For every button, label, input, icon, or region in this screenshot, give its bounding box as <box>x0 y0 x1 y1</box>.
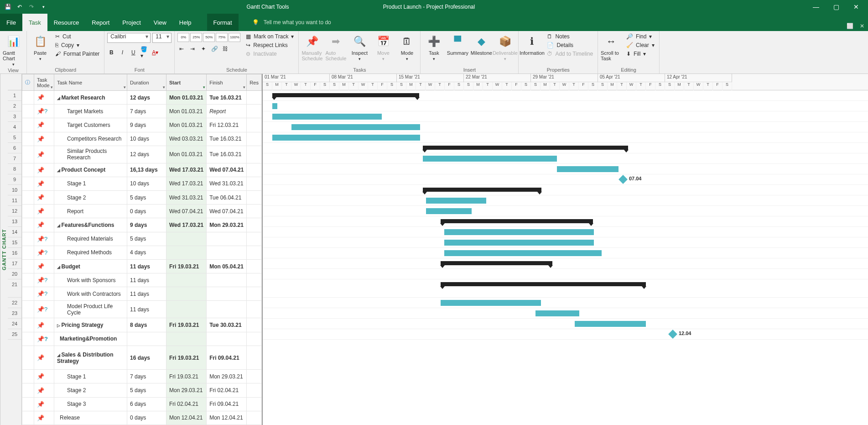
copy-button[interactable]: ⎘Copy ▾ <box>53 42 101 49</box>
gantt-task-bar[interactable] <box>426 208 472 214</box>
gantt-row[interactable] <box>263 248 868 258</box>
duration-cell[interactable]: 10 days <box>127 132 166 146</box>
duration-cell[interactable]: 9 days <box>127 118 166 132</box>
task-name-cell[interactable]: Required Materials <box>54 232 127 246</box>
gantt-row[interactable] <box>263 269 868 279</box>
duration-cell[interactable]: 11 days <box>127 273 166 287</box>
col-resources[interactable]: Res <box>247 74 262 91</box>
table-row[interactable]: 📌Stage 17 daysFri 19.03.21Mon 29.03.21 <box>22 370 262 383</box>
duration-cell[interactable]: 10 days <box>127 177 166 190</box>
respect-links-button[interactable]: ↪Respect Links <box>244 42 296 49</box>
gantt-row[interactable] <box>263 111 868 122</box>
gantt-summary-bar[interactable] <box>423 146 628 150</box>
finish-cell[interactable]: Fri 02.04.21 <box>207 383 247 397</box>
pct-75-button[interactable]: 75% <box>216 33 228 42</box>
font-color-button[interactable]: A▾ <box>151 48 159 57</box>
task-name-cell[interactable]: Product Concept <box>54 163 127 177</box>
duration-cell[interactable]: 8 days <box>127 318 166 332</box>
tab-view[interactable]: View <box>147 14 173 31</box>
table-row[interactable]: 📌Market Research12 daysMon 01.03.21Tue 1… <box>22 91 262 105</box>
auto-schedule-button[interactable]: ➡Auto Schedule <box>325 33 346 61</box>
row-number[interactable]: 14 <box>8 227 21 237</box>
row-number[interactable]: 9 <box>8 174 21 185</box>
finish-cell[interactable]: Report <box>207 105 247 118</box>
gantt-task-bar[interactable] <box>272 114 382 120</box>
task-grid[interactable]: ⓘ Task Mode▾ Task Name▾ Duration▾ Start▾… <box>22 74 262 425</box>
finish-cell[interactable] <box>207 232 247 246</box>
summary-button[interactable]: ▀Summary <box>447 33 468 56</box>
gantt-milestone[interactable] <box>619 175 628 184</box>
tab-project[interactable]: Project <box>116 14 147 31</box>
gantt-summary-bar[interactable] <box>272 93 419 97</box>
scroll-to-task-button[interactable]: ↔Scroll to Task <box>601 33 622 61</box>
link-button[interactable]: 🔗 <box>210 45 218 53</box>
task-name-cell[interactable]: Work with Sponsors <box>54 273 127 287</box>
gantt-row[interactable] <box>263 216 868 227</box>
table-row[interactable]: 📌Pricing Strategy8 daysFri 19.03.21Tue 3… <box>22 318 262 332</box>
duration-cell[interactable]: 11 days <box>127 301 166 318</box>
task-mode-cell[interactable]: 📌 <box>34 163 54 177</box>
finish-cell[interactable]: Tue 06.04.21 <box>207 191 247 205</box>
start-cell[interactable]: Wed 17.03.21 <box>166 163 207 177</box>
task-name-cell[interactable]: Report <box>54 205 127 218</box>
row-number[interactable]: 15 <box>8 237 21 248</box>
gantt-task-bar[interactable] <box>441 300 541 306</box>
finish-cell[interactable]: Mon 12.04.21 <box>207 411 247 425</box>
start-cell[interactable] <box>166 232 207 246</box>
row-number[interactable]: 16 <box>8 248 21 258</box>
task-mode-cell[interactable]: 📌 <box>34 132 54 146</box>
inspect-button[interactable]: 🔍Inspect▾ <box>349 33 370 61</box>
gantt-row[interactable]: 07.04 <box>263 174 868 185</box>
start-cell[interactable]: Mon 01.03.21 <box>166 91 207 105</box>
task-name-cell[interactable]: Target Customers <box>54 118 127 132</box>
font-size-select[interactable]: 11 <box>152 33 172 43</box>
task-name-cell[interactable]: Release <box>54 411 127 425</box>
col-finish[interactable]: Finish▾ <box>207 74 247 91</box>
start-cell[interactable]: Fri 19.03.21 <box>166 346 207 369</box>
task-name-cell[interactable]: Stage 3 <box>54 397 127 411</box>
gantt-row[interactable] <box>263 237 868 248</box>
gantt-row[interactable] <box>263 319 868 329</box>
start-cell[interactable]: Mon 29.03.21 <box>166 383 207 397</box>
notes-button[interactable]: 🗒Notes <box>545 33 595 40</box>
task-mode-cell[interactable]: 📌 <box>34 346 54 369</box>
table-row[interactable]: 📌Sales & Distribution Strategy16 daysFri… <box>22 346 262 369</box>
task-name-cell[interactable]: Model Product Life Cycle <box>54 301 127 318</box>
format-painter-button[interactable]: 🖌Format Painter <box>53 50 101 58</box>
duration-cell[interactable]: 9 days <box>127 218 166 232</box>
task-name-cell[interactable]: Sales & Distribution Strategy <box>54 346 127 369</box>
gantt-milestone[interactable] <box>668 330 677 339</box>
table-row[interactable]: 📌?Work with Sponsors11 days <box>22 273 262 287</box>
start-cell[interactable]: Fri 19.03.21 <box>166 318 207 332</box>
table-row[interactable]: 📌Similar Products Research12 daysMon 01.… <box>22 146 262 163</box>
row-number[interactable]: 10 <box>8 185 21 195</box>
task-name-cell[interactable]: Stage 1 <box>54 370 127 383</box>
task-mode-cell[interactable]: 📌 <box>34 118 54 132</box>
gantt-row[interactable] <box>263 101 868 111</box>
start-cell[interactable]: Wed 17.03.21 <box>166 177 207 190</box>
gantt-row[interactable] <box>263 122 868 132</box>
outdent-button[interactable]: ⇤ <box>177 45 186 53</box>
fill-button[interactable]: ⬇Fill ▾ <box>624 50 656 58</box>
col-task-name[interactable]: Task Name▾ <box>54 74 127 91</box>
gantt-task-bar[interactable] <box>291 124 420 130</box>
row-number[interactable]: 8 <box>8 164 21 174</box>
gantt-row[interactable] <box>263 164 868 174</box>
save-icon[interactable]: 💾 <box>4 3 12 11</box>
duration-cell[interactable]: 16 days <box>127 346 166 369</box>
table-row[interactable]: 📌Release0 daysMon 12.04.21Mon 12.04.21 <box>22 411 262 425</box>
finish-cell[interactable]: Wed 07.04.21 <box>207 163 247 177</box>
cut-button[interactable]: ✂Cut <box>53 33 101 40</box>
col-duration[interactable]: Duration▾ <box>127 74 166 91</box>
gantt-task-bar[interactable] <box>444 250 602 256</box>
duration-cell[interactable]: 16,13 days <box>127 163 166 177</box>
duration-cell[interactable]: 11 days <box>127 259 166 273</box>
gantt-task-bar[interactable] <box>423 156 557 162</box>
start-cell[interactable]: Wed 17.03.21 <box>166 218 207 232</box>
task-mode-cell[interactable]: 📌 <box>34 318 54 332</box>
task-name-cell[interactable]: Competitors Research <box>54 132 127 146</box>
finish-cell[interactable]: Fri 09.04.21 <box>207 397 247 411</box>
task-mode-cell[interactable]: 📌 <box>34 411 54 425</box>
finish-cell[interactable]: Fri 09.04.21 <box>207 346 247 369</box>
task-mode-cell[interactable]: 📌 <box>34 397 54 411</box>
